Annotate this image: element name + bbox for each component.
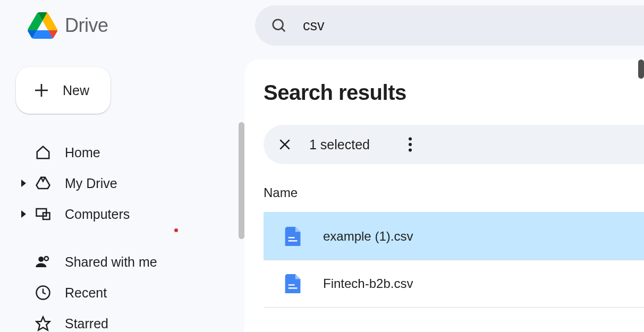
search-input[interactable] (303, 18, 644, 34)
clear-selection-button[interactable] (274, 134, 295, 155)
page-title: Search results (264, 81, 644, 105)
shared-icon (35, 254, 51, 270)
file-row[interactable]: example (1).csv (264, 212, 644, 260)
sidebar-item-label: Recent (65, 285, 107, 301)
svg-point-13 (409, 143, 412, 146)
sidebar-item-label: Home (65, 145, 100, 160)
more-actions-button[interactable] (400, 134, 421, 155)
svg-point-0 (273, 20, 283, 30)
svg-point-14 (409, 148, 412, 151)
sidebar: New Home My Drive (0, 51, 244, 332)
svg-rect-15 (289, 237, 295, 238)
new-button[interactable]: New (16, 67, 111, 114)
sidebar-item-label: Starred (65, 316, 108, 331)
sidebar-item-shared[interactable]: Shared with me (16, 246, 244, 277)
svg-point-7 (45, 257, 49, 261)
svg-rect-16 (289, 240, 298, 241)
sidebar-item-starred[interactable]: Starred (16, 308, 244, 332)
selection-count: 1 selected (309, 137, 370, 152)
recent-icon (35, 285, 51, 301)
file-icon (285, 227, 301, 246)
main-scrollbar[interactable] (638, 59, 644, 79)
computers-icon (35, 206, 51, 222)
sidebar-item-recent[interactable]: Recent (16, 277, 244, 308)
search-bar[interactable] (255, 5, 644, 46)
home-icon (35, 144, 51, 160)
selection-bar: 1 selected (264, 125, 644, 164)
svg-line-1 (282, 28, 285, 31)
search-icon[interactable] (271, 18, 287, 33)
column-header-name[interactable]: Name (264, 185, 644, 200)
starred-icon (35, 316, 51, 331)
plus-icon (32, 81, 51, 100)
svg-point-6 (38, 257, 44, 262)
sidebar-item-mydrive[interactable]: My Drive (16, 168, 244, 199)
file-name: Fintech-b2b.csv (323, 276, 413, 291)
chevron-right-icon[interactable] (21, 180, 26, 187)
main-content: Search results 1 selected Name (244, 59, 644, 332)
file-icon (285, 274, 301, 293)
file-name: example (1).csv (323, 229, 413, 244)
svg-point-12 (409, 137, 412, 140)
sidebar-item-label: Shared with me (65, 254, 157, 270)
drive-icon (35, 175, 51, 191)
sidebar-item-computers[interactable]: Computers (16, 199, 244, 229)
svg-rect-17 (289, 284, 295, 285)
drive-logo-icon (28, 12, 57, 39)
notification-dot (174, 228, 178, 232)
sidebar-item-label: Computers (65, 207, 130, 222)
new-button-label: New (63, 83, 89, 98)
svg-rect-18 (289, 287, 298, 288)
chevron-right-icon[interactable] (21, 210, 26, 218)
sidebar-scrollbar[interactable] (239, 122, 244, 239)
app-name: Drive (65, 14, 108, 37)
sidebar-item-label: My Drive (65, 176, 117, 191)
app-logo-block[interactable]: Drive (0, 12, 255, 39)
file-row[interactable]: Fintech-b2b.csv (264, 260, 644, 308)
svg-marker-9 (37, 317, 50, 330)
sidebar-item-home[interactable]: Home (16, 137, 244, 168)
